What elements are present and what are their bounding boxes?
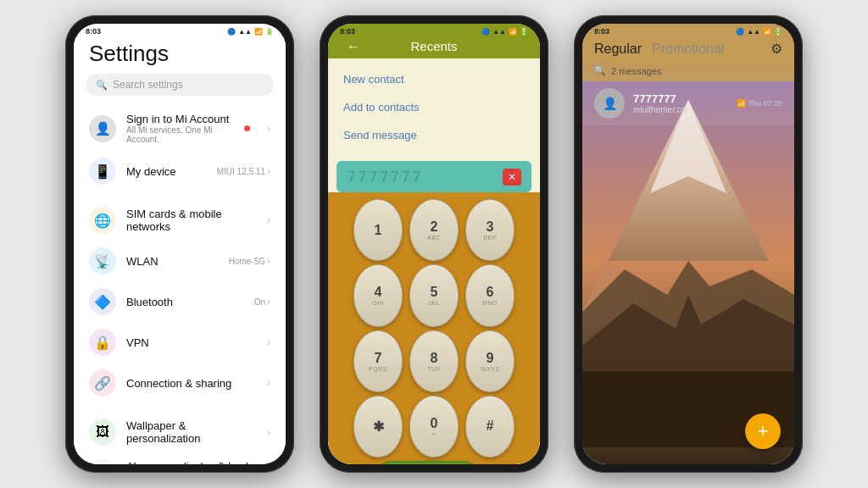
connection-label: Connection & sharing bbox=[126, 377, 257, 390]
settings-screen: 8:03 🔵 ▲▲ 📶 🔋 Settings 🔍 Search settings… bbox=[74, 24, 286, 464]
notification-dot bbox=[244, 125, 250, 131]
dialed-number: 7777777 bbox=[347, 168, 423, 186]
connection-icon: 🔗 bbox=[89, 369, 116, 396]
settings-item-vpn[interactable]: 🔒 VPN › bbox=[74, 322, 286, 363]
message-avatar: 👤 bbox=[594, 88, 625, 119]
status-time-3: 8:03 bbox=[594, 27, 609, 36]
messages-search-bar: 🔍 2 messages bbox=[582, 62, 794, 81]
send-message-item[interactable]: Send message bbox=[328, 121, 540, 149]
settings-item-wlan[interactable]: 📡 WLAN Home-5G › bbox=[74, 241, 286, 281]
key-5[interactable]: 5JKL bbox=[409, 264, 459, 326]
search-bar[interactable]: 🔍 Search settings bbox=[86, 74, 274, 96]
mi-account-item[interactable]: 👤 Sign in to Mi Account All Mi services.… bbox=[74, 106, 286, 151]
dial-row: ⊞ Telephone ⋮⋮ bbox=[335, 461, 533, 464]
call-button[interactable]: Telephone bbox=[376, 461, 478, 464]
divider bbox=[74, 191, 286, 200]
bt-icon: 🔵 bbox=[481, 28, 490, 36]
status-icons-1: 🔵 ▲▲ 📶 🔋 bbox=[227, 28, 274, 36]
key-0[interactable]: 0+ bbox=[409, 396, 459, 458]
signal-icon: ▲▲ bbox=[238, 28, 252, 36]
chevron-icon: › bbox=[267, 214, 270, 226]
divider2 bbox=[74, 403, 286, 412]
chevron-icon: › bbox=[267, 426, 270, 438]
key-3[interactable]: 3DEF bbox=[465, 199, 515, 261]
dialer-body: 7777777 ✕ 1 2ABC 3DEF 4GHI 5JKL 6MNO bbox=[328, 156, 540, 464]
messages-screen: 8:03 🔵 ▲▲ 📶 🔋 Regular Promotional ⚙ 🔍 2 … bbox=[582, 24, 794, 464]
key-1[interactable]: 1 bbox=[353, 199, 403, 261]
chevron-icon: › bbox=[267, 165, 270, 177]
settings-item-sim[interactable]: 🌐 SIM cards & mobile networks › bbox=[74, 200, 286, 241]
settings-content: Settings 🔍 Search settings 👤 Sign in to … bbox=[74, 37, 286, 464]
recents-list: New contact Add to contacts Send message bbox=[328, 58, 540, 156]
message-time: 📶 Thu 07:26 bbox=[737, 99, 782, 108]
my-device-label: My device bbox=[126, 165, 207, 178]
avatar: 👤 bbox=[89, 115, 116, 142]
vpn-right: › bbox=[267, 336, 270, 348]
dialer-title: Recents bbox=[410, 39, 457, 53]
tab-promotional[interactable]: Promotional bbox=[652, 42, 724, 57]
wlan-label: WLAN bbox=[126, 255, 219, 268]
bluetooth-label: Bluetooth bbox=[126, 296, 244, 308]
number-display: 7777777 ✕ bbox=[337, 161, 531, 192]
new-contact-item[interactable]: New contact bbox=[328, 65, 540, 93]
wallpaper-icon: 🖼 bbox=[89, 419, 116, 446]
status-bar-3: 8:03 🔵 ▲▲ 📶 🔋 bbox=[582, 24, 794, 37]
dialer-content: New contact Add to contacts Send message… bbox=[328, 58, 540, 464]
sig-icon3: ▲▲ bbox=[747, 28, 760, 36]
sim-right: › bbox=[267, 214, 270, 226]
compose-button[interactable]: + bbox=[745, 413, 781, 449]
page-title: Settings bbox=[74, 37, 286, 74]
search-icon-msg: 🔍 bbox=[594, 65, 606, 76]
back-button[interactable]: ← bbox=[347, 39, 360, 54]
battery-icon: 🔋 bbox=[265, 28, 274, 36]
bluetooth-status-icon: 🔵 bbox=[227, 28, 236, 36]
key-9[interactable]: 9WXYZ bbox=[465, 330, 515, 392]
phone-dialer: 8:03 🔵 ▲▲ 📶 🔋 ← Recents New contact Add … bbox=[320, 15, 548, 473]
status-icons-2: 🔵 ▲▲ 📶 🔋 bbox=[481, 28, 528, 36]
wifi-icon3: 📶 bbox=[763, 28, 771, 36]
bat-icon: 🔋 bbox=[520, 28, 528, 36]
tab-regular[interactable]: Regular bbox=[594, 42, 642, 57]
key-7[interactable]: 7PQRS bbox=[353, 330, 403, 392]
vpn-icon: 🔒 bbox=[89, 329, 116, 356]
settings-item-bluetooth[interactable]: 🔷 Bluetooth On › bbox=[74, 281, 286, 322]
wallpaper-label: Wallpaper & personalization bbox=[126, 419, 257, 445]
wlan-icon: 📡 bbox=[89, 247, 116, 274]
add-to-contacts-item[interactable]: Add to contacts bbox=[328, 93, 540, 121]
key-hash[interactable]: # bbox=[465, 396, 515, 458]
key-2[interactable]: 2ABC bbox=[409, 199, 459, 261]
message-sender: 7777777 bbox=[633, 92, 728, 105]
messages-header: Regular Promotional ⚙ bbox=[582, 37, 794, 62]
chevron-icon: › bbox=[267, 336, 270, 348]
always-on-label: Always-on display & Lock screen bbox=[126, 460, 257, 464]
keypad: 1 2ABC 3DEF 4GHI 5JKL 6MNO 7PQRS 8TUV 9W… bbox=[328, 192, 540, 464]
key-4[interactable]: 4GHI bbox=[353, 264, 403, 326]
bat-icon3: 🔋 bbox=[774, 28, 782, 36]
wlan-value: Home-5G › bbox=[229, 255, 270, 267]
settings-item-always-on[interactable]: 🔐 Always-on display & Lock screen › bbox=[74, 452, 286, 464]
key-star[interactable]: ✱ bbox=[353, 396, 403, 458]
settings-item-wallpaper[interactable]: 🖼 Wallpaper & personalization › bbox=[74, 412, 286, 452]
settings-icon[interactable]: ⚙ bbox=[771, 41, 782, 57]
connection-right: › bbox=[267, 377, 270, 389]
chevron-icon: › bbox=[267, 123, 270, 135]
sim-icon: 🌐 bbox=[89, 207, 116, 234]
keypad-row-3: 7PQRS 8TUV 9WXYZ bbox=[335, 330, 533, 392]
delete-button[interactable]: ✕ bbox=[503, 169, 521, 186]
always-on-icon: 🔐 bbox=[89, 459, 116, 464]
sim-label: SIM cards & mobile networks bbox=[126, 208, 257, 233]
bt-icon3: 🔵 bbox=[736, 28, 744, 36]
bluetooth-value: On › bbox=[254, 296, 270, 308]
wifi-icon: 📶 bbox=[254, 28, 263, 36]
settings-item-my-device[interactable]: 📱 My device MIUI 12.5.11 › bbox=[74, 151, 286, 191]
settings-item-connection[interactable]: 🔗 Connection & sharing › bbox=[74, 363, 286, 403]
key-6[interactable]: 6MNO bbox=[465, 264, 515, 326]
chevron-icon: › bbox=[267, 296, 270, 308]
wifi-icon2: 📶 bbox=[509, 28, 517, 36]
keypad-row-1: 1 2ABC 3DEF bbox=[335, 199, 533, 261]
status-bar-1: 8:03 🔵 ▲▲ 📶 🔋 bbox=[74, 24, 286, 37]
chevron-icon: › bbox=[267, 377, 270, 389]
key-8[interactable]: 8TUV bbox=[409, 330, 459, 392]
sig-icon: ▲▲ bbox=[492, 28, 506, 36]
message-item[interactable]: 👤 7777777 miuithemer.com 📶 Thu 07:26 bbox=[582, 81, 794, 125]
